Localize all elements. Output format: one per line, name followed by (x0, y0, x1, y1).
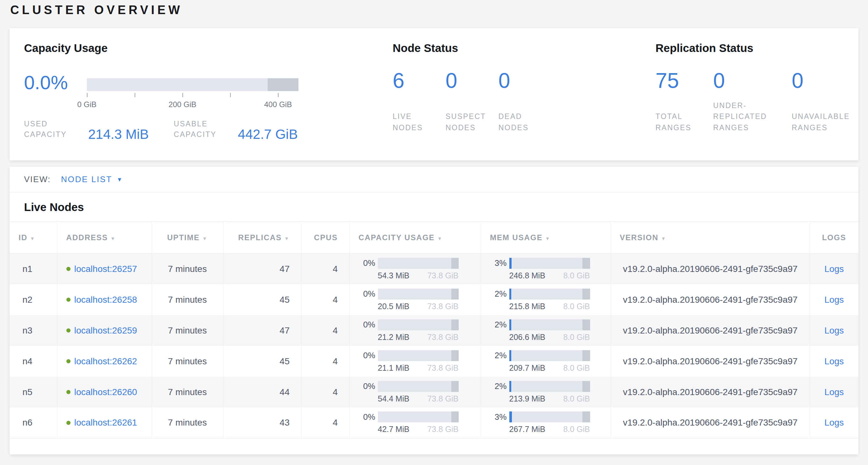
capacity-usage-bar-row: 0% (359, 258, 481, 269)
node-replicas-cell: 43 (223, 408, 301, 438)
node-status-stat-value: 0 (498, 70, 551, 91)
live-nodes-title: Live Nodes (10, 193, 858, 221)
node-status-stat-value: 0 (445, 70, 498, 91)
replication-stat-label: UNDER-REPLICATED RANGES (713, 99, 792, 133)
axis-tick-label: 0 GiB (77, 100, 96, 109)
capacity-usage-bar (378, 350, 459, 361)
logs-link[interactable]: Logs (825, 356, 844, 366)
capacity-usage-bar-row: 0% (359, 289, 481, 299)
view-selector-dropdown[interactable]: NODE LIST ▼ (61, 174, 122, 184)
node-address: localhost:26262 (66, 356, 152, 367)
sort-arrow-icon: ▼ (202, 236, 208, 241)
node-status-section: Node Status 6LIVE NODES0SUSPECT NODES0DE… (393, 28, 636, 161)
mem-usage-widget: 2%209.7 MiB8.0 GiB (490, 349, 611, 374)
column-header-mem[interactable]: MEM USAGE▼ (481, 222, 611, 254)
column-header-label: LOGS (822, 233, 846, 242)
capacity-stat-value: 442.7 GiB (238, 127, 298, 141)
summary-card: Capacity Usage 0.0% 0 GiB200 GiB400 GiB … (10, 28, 858, 161)
node-replicas-cell: 45 (223, 285, 301, 315)
capacity-stat-label: USED CAPACITY (24, 119, 81, 140)
axis-tick (230, 93, 231, 97)
capacity-usage-reserved-segment (451, 381, 459, 392)
node-status-stats: 6LIVE NODES0SUSPECT NODES0DEAD NODES (393, 70, 551, 133)
capacity-usage-reserved-segment (451, 411, 459, 423)
node-replicas-cell: 47 (223, 254, 301, 285)
node-address: localhost:26258 (66, 295, 152, 305)
column-header-replicas[interactable]: REPLICAS▼ (223, 222, 301, 254)
capacity-stat-value: 214.3 MiB (88, 127, 149, 141)
node-id-cell: n6 (10, 408, 57, 438)
replication-stat-label-text: UNAVAILABLE RANGES (792, 111, 856, 133)
node-capacity-usage-cell: 0%21.1 MiB73.8 GiB (349, 346, 481, 377)
node-address-cell: localhost:26257 (57, 254, 152, 285)
view-label: VIEW: (24, 174, 51, 184)
node-uptime-cell: 7 minutes (152, 285, 223, 315)
logs-link[interactable]: Logs (825, 264, 844, 274)
column-header-id[interactable]: ID▼ (10, 222, 57, 254)
node-cpus-cell: 4 (301, 285, 349, 315)
node-mem-usage-cell: 3%267.7 MiB8.0 GiB (481, 408, 611, 438)
capacity-usage-used-value: 54.4 MiB (378, 394, 410, 403)
node-address-link[interactable]: localhost:26259 (74, 325, 137, 336)
node-logs-cell: Logs (810, 408, 858, 438)
mem-usage-used-segment (509, 258, 512, 269)
node-version-cell: v19.2.0-alpha.20190606-2491-gfe735c9a97 (611, 285, 810, 315)
column-header-label: MEM USAGE (490, 233, 542, 242)
node-status-stat-label: LIVE NODES (393, 99, 445, 133)
mem-usage-bar-row: 2% (490, 319, 611, 330)
mem-usage-reserved-segment (582, 258, 590, 269)
node-uptime-cell: 7 minutes (152, 346, 223, 377)
mem-usage-used-value: 267.7 MiB (509, 425, 546, 434)
capacity-usage-bar-row: 0% (359, 350, 481, 361)
capacity-usage-total-value: 73.8 GiB (427, 394, 458, 403)
capacity-usage-bar-row: 0% (359, 319, 481, 330)
node-address-cell: localhost:26260 (57, 377, 152, 408)
logs-link[interactable]: Logs (825, 325, 844, 336)
mem-usage-percent: 2% (490, 320, 507, 330)
node-logs-cell: Logs (810, 285, 858, 315)
logs-link[interactable]: Logs (825, 387, 844, 397)
node-address-link[interactable]: localhost:26260 (74, 387, 137, 397)
logs-link[interactable]: Logs (825, 417, 844, 428)
node-capacity-usage-cell: 0%20.5 MiB73.8 GiB (349, 285, 481, 315)
mem-usage-reserved-segment (582, 350, 590, 361)
node-address-link[interactable]: localhost:26258 (74, 295, 137, 305)
replication-stat-label: TOTAL RANGES (655, 99, 713, 133)
node-uptime-cell: 7 minutes (152, 377, 223, 408)
capacity-usage-reserved-segment (451, 258, 459, 269)
mem-usage-used-value: 246.8 MiB (509, 271, 546, 280)
capacity-usage-total-value: 73.8 GiB (427, 425, 458, 434)
column-header-address[interactable]: ADDRESS▼ (57, 222, 152, 254)
capacity-stat: USABLE CAPACITY442.7 GiB (174, 119, 298, 140)
mem-usage-reserved-segment (582, 411, 590, 423)
node-address-link[interactable]: localhost:26261 (74, 417, 137, 428)
node-status-stat-label: SUSPECT NODES (445, 99, 498, 133)
sort-arrow-icon: ▼ (437, 236, 443, 241)
column-header-label: CAPACITY USAGE (359, 233, 435, 242)
mem-usage-widget: 2%206.6 MiB8.0 GiB (490, 318, 611, 343)
replication-stat: 75TOTAL RANGES (655, 70, 713, 133)
sort-arrow-icon: ▼ (661, 236, 666, 241)
mem-usage-reserved-segment (582, 289, 590, 299)
node-capacity-usage-cell: 0%54.3 MiB73.8 GiB (349, 254, 481, 285)
node-address-link[interactable]: localhost:26257 (74, 264, 137, 274)
mem-usage-widget: 2%213.9 MiB8.0 GiB (490, 380, 611, 405)
column-header-version[interactable]: VERSION▼ (611, 222, 810, 254)
node-uptime-cell: 7 minutes (152, 408, 223, 438)
node-address-cell: localhost:26258 (57, 285, 152, 315)
column-header-uptime[interactable]: UPTIME▼ (152, 222, 223, 254)
capacity-bar-chart: 0 GiB200 GiB400 GiB (87, 73, 299, 115)
node-address-link[interactable]: localhost:26262 (74, 356, 137, 367)
mem-usage-widget: 2%215.8 MiB8.0 GiB (490, 287, 611, 312)
capacity-usage-labels: 42.7 MiB73.8 GiB (378, 425, 459, 434)
capacity-usage-bar-row: 0% (359, 411, 481, 423)
mem-usage-total-value: 8.0 GiB (563, 302, 590, 311)
column-header-label: VERSION (620, 233, 659, 242)
column-header-capacity[interactable]: CAPACITY USAGE▼ (349, 222, 481, 254)
mem-usage-used-segment (509, 319, 511, 330)
node-uptime-cell: 7 minutes (152, 254, 223, 285)
node-mem-usage-cell: 2%206.6 MiB8.0 GiB (481, 315, 611, 346)
node-version-cell: v19.2.0-alpha.20190606-2491-gfe735c9a97 (611, 408, 810, 438)
logs-link[interactable]: Logs (825, 295, 844, 304)
capacity-usage-widget: 0%21.2 MiB73.8 GiB (359, 318, 481, 343)
